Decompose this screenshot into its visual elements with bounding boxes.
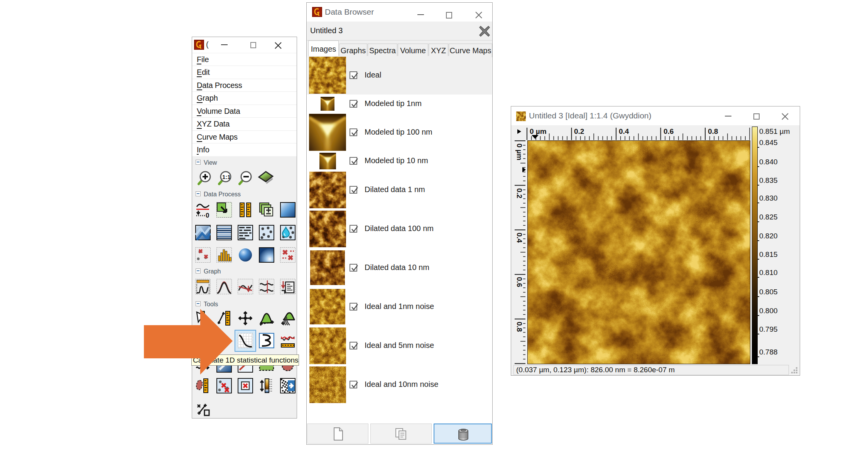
- svg-text:1:1: 1:1: [222, 174, 231, 180]
- svg-text:0: 0: [206, 212, 209, 218]
